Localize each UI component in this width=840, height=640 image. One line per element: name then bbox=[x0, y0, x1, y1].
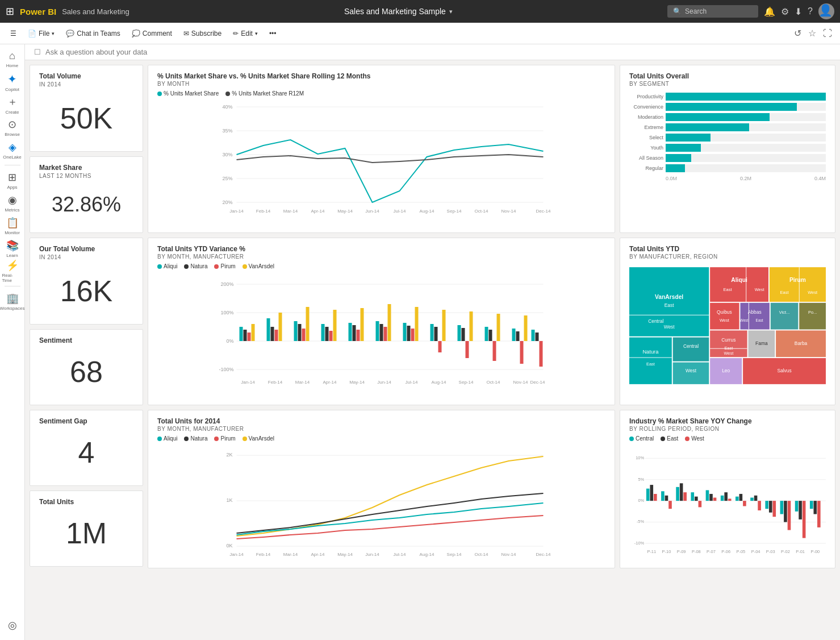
sidebar-item-metrics[interactable]: ◉ Metrics bbox=[2, 193, 23, 213]
sidebar-item-browse[interactable]: ⊙ Browse bbox=[2, 117, 23, 138]
svg-rect-52 bbox=[384, 327, 387, 341]
market-share-line-chart: % Units Market Share vs. % Units Market … bbox=[148, 65, 615, 233]
svg-rect-200 bbox=[813, 501, 817, 514]
svg-rect-177 bbox=[699, 501, 702, 507]
svg-text:Nov-14: Nov-14 bbox=[513, 380, 528, 385]
total-units-card: Total Units 1M bbox=[30, 491, 143, 567]
sidebar-item-workspaces[interactable]: 🏢 Workspaces bbox=[2, 291, 23, 311]
svg-text:Jul-14: Jul-14 bbox=[394, 552, 406, 557]
waffle-icon[interactable]: ⊞ bbox=[6, 5, 14, 18]
help-icon[interactable]: ? bbox=[808, 6, 813, 16]
favorite-icon[interactable]: ☆ bbox=[806, 26, 818, 41]
file-icon: 📄 bbox=[28, 30, 36, 38]
svg-rect-172 bbox=[676, 487, 679, 501]
svg-rect-46 bbox=[349, 323, 352, 341]
sidebar-item-copilot[interactable]: ✦ Copilot bbox=[2, 72, 23, 92]
svg-rect-42 bbox=[321, 324, 325, 341]
sidebar-item-monitor[interactable]: 📋 Monitor bbox=[2, 215, 23, 236]
settings-icon[interactable]: ⚙ bbox=[781, 6, 789, 17]
svg-rect-39 bbox=[298, 324, 302, 341]
svg-text:Aug-14: Aug-14 bbox=[420, 209, 434, 214]
svg-text:Feb-14: Feb-14 bbox=[256, 552, 271, 557]
market-share-legend: % Units Market Share % Units Market Shar… bbox=[157, 90, 605, 97]
svg-rect-56 bbox=[411, 329, 415, 341]
svg-rect-69 bbox=[497, 314, 500, 341]
svg-rect-62 bbox=[458, 325, 461, 341]
edit-button[interactable]: ✏ Edit ▾ bbox=[228, 27, 262, 40]
report-title-chevron[interactable]: ▾ bbox=[449, 8, 453, 15]
svg-rect-195 bbox=[788, 501, 791, 530]
svg-rect-76 bbox=[540, 341, 543, 367]
search-box[interactable]: 🔍 Search bbox=[667, 5, 758, 18]
file-button[interactable]: 📄 File ▾ bbox=[23, 27, 59, 40]
svg-text:10%: 10% bbox=[636, 455, 644, 460]
total-units-ytd-subtitle: BY MANUFACTURER, REGION bbox=[629, 253, 826, 260]
svg-text:P-03: P-03 bbox=[766, 549, 775, 554]
left-sidebar: ⌂ Home ✦ Copilot ＋ Create ⊙ Browse ◈ One… bbox=[0, 44, 25, 640]
sidebar-item-profile[interactable]: ◎ bbox=[2, 615, 23, 635]
file-chevron: ▾ bbox=[52, 31, 55, 36]
qa-input[interactable] bbox=[45, 48, 831, 56]
svg-rect-38 bbox=[294, 321, 298, 341]
hbar-axis: 0.0M 0.2M 0.4M bbox=[666, 174, 826, 181]
comment-icon: 💭 bbox=[132, 30, 140, 38]
svg-text:West: West bbox=[686, 368, 697, 373]
left-metrics-row1: Total Volume IN 2014 50K Market Share LA… bbox=[30, 65, 143, 233]
market-share-chart-title: % Units Market Share vs. % Units Market … bbox=[157, 72, 605, 80]
svg-text:Barba: Barba bbox=[795, 340, 808, 346]
svg-text:Abbas: Abbas bbox=[748, 309, 762, 315]
hbar-row-productivity: Productivity bbox=[629, 93, 826, 101]
sidebar-item-onelake[interactable]: ◈ OneLake bbox=[2, 140, 23, 160]
sidebar-item-learn[interactable]: 📚 Learn bbox=[2, 238, 23, 259]
ytd-variance-subtitle: BY MONTH, MANUFACTURER bbox=[157, 253, 605, 260]
sidebar-divider-2 bbox=[5, 286, 20, 286]
ytd-variance-svg: 200% 100% 0% -100% bbox=[157, 273, 605, 387]
legend2-pirum: Pirum bbox=[214, 435, 235, 442]
copilot-icon: ✦ bbox=[7, 72, 17, 86]
svg-text:P-06: P-06 bbox=[721, 549, 730, 554]
sidebar-item-create[interactable]: ＋ Create bbox=[2, 94, 23, 115]
svg-rect-40 bbox=[302, 329, 306, 341]
sidebar-item-apps[interactable]: ⊞ Apps bbox=[2, 170, 23, 190]
sidebar-item-home[interactable]: ⌂ Home bbox=[2, 49, 23, 69]
our-total-volume-subtitle: IN 2014 bbox=[39, 254, 133, 260]
hamburger-button[interactable]: ☰ bbox=[6, 27, 21, 40]
user-avatar[interactable]: 👤 bbox=[818, 3, 834, 19]
learn-icon: 📚 bbox=[6, 239, 19, 252]
svg-text:100%: 100% bbox=[220, 310, 233, 315]
refresh-icon[interactable]: ↺ bbox=[792, 26, 804, 41]
home-icon: ⌂ bbox=[9, 50, 15, 62]
svg-rect-43 bbox=[325, 327, 329, 341]
svg-text:Oct-14: Oct-14 bbox=[486, 380, 500, 385]
legend-west: West bbox=[685, 435, 704, 442]
dot-east bbox=[661, 437, 665, 441]
sentiment-card: Sentiment 68 bbox=[30, 329, 143, 405]
hbar-container: Productivity Convenience Moderation bbox=[629, 90, 826, 184]
our-total-volume-card: Our Total Volume IN 2014 16K bbox=[30, 238, 143, 325]
total-units-2014-legend: Aliqui Natura Pirum VanArsdel bbox=[157, 435, 605, 442]
total-units-2014-chart: Total Units for 2014 BY MONTH, MANUFACTU… bbox=[148, 410, 615, 568]
download-icon[interactable]: ⬇ bbox=[795, 6, 802, 17]
svg-text:VanArsdel: VanArsdel bbox=[655, 294, 683, 300]
more-options-button[interactable]: ••• bbox=[265, 27, 281, 40]
comment-button[interactable]: 💭 Comment bbox=[127, 27, 177, 40]
svg-text:Dec-14: Dec-14 bbox=[536, 552, 551, 557]
svg-rect-51 bbox=[380, 324, 383, 341]
svg-text:East: East bbox=[780, 290, 789, 295]
subscribe-button[interactable]: ✉ Subscribe bbox=[179, 27, 226, 40]
svg-rect-71 bbox=[516, 331, 520, 341]
chat-in-teams-button[interactable]: 💬 Chat in Teams bbox=[61, 27, 124, 40]
dashboard-grid: Total Volume IN 2014 50K Market Share LA… bbox=[30, 65, 835, 568]
sidebar-item-realtime[interactable]: ⚡ Real-Time bbox=[2, 261, 23, 281]
svg-rect-166 bbox=[646, 489, 650, 501]
svg-text:-10%: -10% bbox=[634, 541, 645, 546]
fullscreen-icon[interactable]: ⛶ bbox=[821, 26, 834, 41]
notification-icon[interactable]: 🔔 bbox=[764, 6, 775, 17]
svg-text:P-05: P-05 bbox=[736, 549, 745, 554]
svg-text:Jun-14: Jun-14 bbox=[377, 380, 391, 385]
legend-label-market-share: % Units Market Share bbox=[164, 90, 219, 97]
dot-vanarsdel bbox=[243, 264, 247, 269]
hbar-row-regular: Regular bbox=[629, 164, 826, 172]
svg-rect-74 bbox=[532, 330, 535, 341]
svg-text:Mar-14: Mar-14 bbox=[295, 380, 310, 385]
